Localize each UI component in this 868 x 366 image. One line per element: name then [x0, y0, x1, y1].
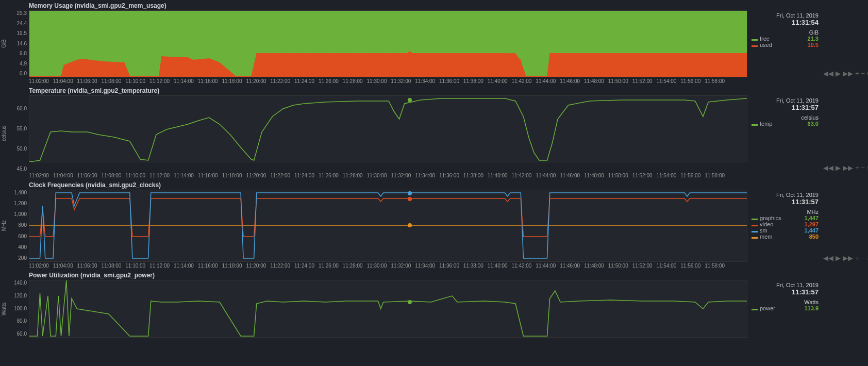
chart-area-memory[interactable] [29, 10, 747, 77]
legend-date: Fri, Oct 11, 2019 [752, 192, 819, 198]
cursor-marker [408, 223, 412, 227]
play-icon[interactable]: ▶ [835, 164, 841, 172]
y-axis-label: GiB [0, 10, 7, 77]
legend-item-video[interactable]: video1,297 [752, 221, 819, 227]
prev-icon[interactable]: ◀◀ [823, 70, 834, 77]
x-axis: 11:02:0011:04:0011:06:0011:08:0011:10:00… [27, 173, 727, 178]
next-icon[interactable]: ▶▶ [842, 164, 854, 172]
cursor-marker [408, 300, 412, 304]
legend: Fri, Oct 11, 2019 11:31:57 Watts power11… [747, 280, 823, 338]
add-icon[interactable]: + [855, 254, 860, 262]
panel-clocks: Clock Frequencies (nvidia_smi.gpu2_clock… [0, 179, 868, 269]
legend-item-temp[interactable]: temp63.0 [752, 121, 819, 127]
panel-memory: Memory Usage (nvidia_smi.gpu2_mem_usage)… [0, 0, 868, 84]
legend-item-mem[interactable]: mem850 [752, 234, 819, 240]
legend-item-used[interactable]: used10.5 [752, 42, 819, 48]
y-axis-ticks: 1,4001,2001,000800600400200 [7, 190, 29, 261]
legend-time: 11:31:57 [752, 104, 819, 111]
chart-controls: ◀◀ ▶ ▶▶ + − ≡ [823, 190, 868, 262]
cursor-marker [408, 98, 412, 102]
play-icon[interactable]: ▶ [835, 254, 841, 262]
prev-icon[interactable]: ◀◀ [823, 254, 834, 262]
legend-item-sm[interactable]: sm1,447 [752, 227, 819, 234]
legend-time: 11:31:57 [752, 288, 819, 296]
remove-icon[interactable]: − [861, 164, 866, 172]
legend: Fri, Oct 11, 2019 11:31:57 MHz graphics1… [747, 190, 823, 262]
cursor-marker [408, 52, 412, 56]
y-axis-label: MHz [0, 190, 7, 262]
panel-title: Clock Frequencies (nvidia_smi.gpu2_clock… [0, 179, 868, 190]
chart-controls: ◀◀ ▶ ▶▶ + − ≡ [823, 95, 868, 172]
chart-area-temperature[interactable] [29, 95, 747, 162]
y-axis-ticks: 140.0120.0100.080.060.0 [7, 280, 29, 337]
panel-temperature: Temperature (nvidia_smi.gpu2_temperature… [0, 85, 868, 178]
legend: Fri, Oct 11, 2019 11:31:54 GiB free21.3 … [747, 10, 823, 77]
legend-unit: celsius [752, 114, 819, 121]
legend-date: Fri, Oct 11, 2019 [752, 97, 819, 104]
panel-title: Power Utilization (nvidia_smi.gpu2_power… [0, 270, 868, 280]
remove-icon[interactable]: − [861, 254, 866, 262]
legend-unit: MHz [752, 209, 819, 215]
next-icon[interactable]: ▶▶ [842, 254, 854, 262]
legend-time: 11:31:54 [752, 19, 819, 26]
x-axis: 11:02:0011:04:0011:06:0011:08:0011:10:00… [27, 263, 727, 269]
remove-icon[interactable]: − [861, 70, 866, 77]
panel-title: Temperature (nvidia_smi.gpu2_temperature… [0, 85, 868, 95]
add-icon[interactable]: + [855, 70, 860, 77]
legend-unit: Watts [752, 299, 819, 305]
add-icon[interactable]: + [855, 164, 860, 172]
legend-item-power[interactable]: power113.9 [752, 305, 819, 311]
cursor-marker [408, 197, 412, 201]
chart-area-clocks[interactable] [29, 190, 747, 262]
play-icon[interactable]: ▶ [835, 70, 841, 77]
legend: Fri, Oct 11, 2019 11:31:57 celsius temp6… [747, 95, 823, 172]
panel-title: Memory Usage (nvidia_smi.gpu2_mem_usage) [0, 0, 868, 10]
y-axis-ticks: 29.324.419.514.69.84.90.0 [7, 10, 29, 76]
y-axis-label: celsius [0, 95, 7, 172]
legend-item-free[interactable]: free21.3 [752, 36, 819, 42]
panel-power: Power Utilization (nvidia_smi.gpu2_power… [0, 270, 868, 338]
legend-date: Fri, Oct 11, 2019 [752, 282, 819, 288]
y-axis-label: Watts [0, 280, 7, 338]
legend-item-graphics[interactable]: graphics1,447 [752, 215, 819, 221]
cursor-marker [408, 191, 412, 195]
chart-area-power[interactable] [29, 280, 747, 338]
legend-date: Fri, Oct 11, 2019 [752, 12, 819, 19]
y-axis-ticks: 60.055.050.045.0 [7, 95, 29, 172]
legend-unit: GiB [752, 29, 819, 36]
legend-time: 11:31:57 [752, 198, 819, 206]
x-axis: 11:02:0011:04:0011:06:0011:08:0011:10:00… [27, 78, 727, 84]
chart-controls: ◀◀ ▶ ▶▶ + − ≡ [823, 10, 868, 77]
prev-icon[interactable]: ◀◀ [823, 164, 834, 172]
next-icon[interactable]: ▶▶ [842, 70, 854, 77]
